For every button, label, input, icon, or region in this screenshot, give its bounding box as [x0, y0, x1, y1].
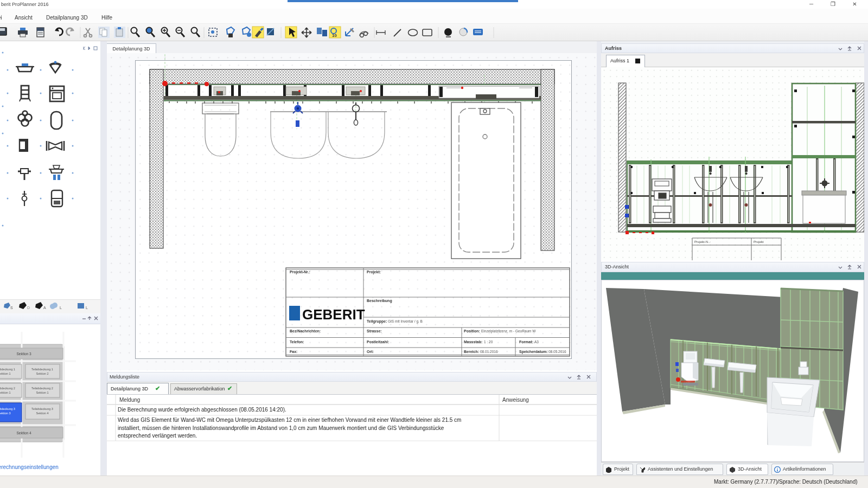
svg-text:Projekt:: Projekt:	[367, 270, 381, 274]
svg-text:Postleitzahl:: Postleitzahl:	[367, 340, 389, 344]
svg-text:Bez/Nachrichten:: Bez/Nachrichten:	[290, 329, 321, 333]
svg-text:Teilabdeckung 2: Teilabdeckung 2	[31, 387, 53, 390]
svg-text:Teilgruppe:: Teilgruppe:	[367, 319, 387, 324]
svg-text:entsprechend verlängert werden: entsprechend verlängert werden.	[118, 433, 197, 439]
svg-text:Sektion 2: Sektion 2	[36, 372, 49, 375]
svg-text:Sektion 3: Sektion 3	[16, 352, 31, 356]
svg-text:GEBERIT: GEBERIT	[302, 306, 365, 323]
svg-text:Speicherdatum:: Speicherdatum:	[519, 350, 548, 354]
svg-text:Massstab:: Massstab:	[464, 340, 482, 344]
svg-text:Sektion 4: Sektion 4	[36, 412, 49, 415]
svg-text:Teilabdeckung 3: Teilabdeckung 3	[0, 407, 15, 410]
svg-text:Beschreibung: Beschreibung	[367, 299, 392, 303]
svg-text:Teilabdeckung 2: Teilabdeckung 2	[0, 387, 15, 390]
svg-text:Die Berechnung wurde erfolgrei: Die Berechnung wurde erfolgreich abgesch…	[118, 407, 286, 413]
svg-text:Bereich:: Bereich:	[464, 350, 479, 354]
svg-text:Ort:: Ort:	[367, 350, 374, 354]
svg-text:Sektion 1: Sektion 1	[0, 391, 10, 394]
svg-text:Strasse:: Strasse:	[367, 329, 382, 333]
svg-text:A3: A3	[534, 340, 539, 344]
svg-text:1 : 20: 1 : 20	[484, 340, 493, 344]
svg-text:Sektion 1: Sektion 1	[36, 391, 49, 394]
svg-text:10: 10	[332, 33, 337, 38]
svg-text:D: D	[27, 306, 30, 310]
svg-text:Position:: Position:	[464, 329, 480, 333]
svg-text:08.01.2016: 08.01.2016	[480, 350, 498, 354]
svg-text:08.05.2016: 08.05.2016	[548, 350, 566, 354]
svg-text:Fax:: Fax:	[290, 350, 297, 354]
svg-text:Sektion 3: Sektion 3	[0, 412, 10, 415]
svg-text:Sektion 4: Sektion 4	[16, 431, 31, 435]
svg-text:Teilabdeckung 1: Teilabdeckung 1	[0, 368, 15, 371]
svg-text:Einzelplatzlizenz, m - GeoRa: Einzelplatzlizenz, m - GeoRaum W	[481, 329, 536, 333]
svg-text:Format:: Format:	[519, 340, 533, 344]
svg-text:Projekt-Nr.:: Projekt-Nr.:	[290, 270, 310, 274]
svg-text:Anweisung: Anweisung	[502, 397, 529, 403]
svg-text:GIS mit Inventar / g. B: GIS mit Inventar / g. B	[388, 319, 423, 324]
svg-text:Teilabdeckung 3: Teilabdeckung 3	[31, 407, 53, 410]
svg-text:L: L	[60, 306, 62, 310]
svg-text:Projekt-N..:: Projekt-N..:	[694, 240, 711, 243]
svg-text:Sektion 1: Sektion 1	[0, 372, 10, 375]
svg-text:L: L	[86, 306, 88, 310]
svg-text:Projekt: Projekt	[754, 240, 764, 243]
svg-text:A: A	[43, 306, 46, 310]
svg-text:S: S	[10, 306, 13, 310]
svg-text:Teilabdeckung 1: Teilabdeckung 1	[31, 368, 53, 371]
svg-text:installiert, müssen die hinter: installiert, müssen die hinteren Install…	[118, 425, 444, 431]
svg-text:Telefon:: Telefon:	[290, 340, 304, 344]
svg-text:Wird das GIS Element für Wand-: Wird das GIS Element für Wand-WC mit Ome…	[118, 417, 461, 423]
svg-text:Meldung: Meldung	[119, 397, 140, 403]
